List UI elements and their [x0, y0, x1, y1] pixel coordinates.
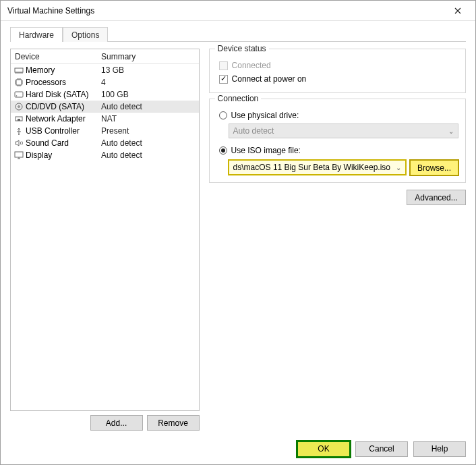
device-rows: Memory 13 GB Processors 4 Hard Disk (SAT… [11, 64, 199, 161]
device-summary: Auto detect [101, 102, 199, 111]
usb-icon [13, 126, 24, 136]
harddisk-icon [13, 90, 24, 99]
use-physical-row[interactable]: Use physical drive: [219, 109, 458, 122]
physical-drive-value: Auto detect [233, 126, 274, 136]
titlebar: Virtual Machine Settings [1, 1, 475, 21]
cancel-button[interactable]: Cancel [355, 441, 408, 457]
connection-group: Connection Use physical drive: Auto dete… [209, 99, 466, 183]
device-summary: 4 [101, 78, 199, 87]
settings-window: Virtual Machine Settings Hardware Option… [0, 0, 476, 465]
device-row-harddisk[interactable]: Hard Disk (SATA) 100 GB [11, 88, 199, 101]
device-row-usb[interactable]: USB Controller Present [11, 125, 199, 137]
advanced-row: Advanced... [209, 188, 466, 205]
cddvd-icon [13, 102, 24, 111]
physical-drive-combo: Auto detect ⌄ [229, 124, 458, 138]
device-summary: 100 GB [101, 90, 199, 99]
device-name: Display [26, 151, 101, 160]
tabstrip: Hardware Options [1, 21, 475, 41]
network-icon [13, 114, 24, 124]
svg-point-4 [16, 103, 22, 110]
memory-icon [13, 65, 24, 75]
advanced-button[interactable]: Advanced... [407, 190, 466, 205]
device-name: Memory [26, 65, 101, 75]
device-name: Processors [26, 78, 101, 87]
add-button[interactable]: Add... [90, 415, 143, 431]
col-header-summary[interactable]: Summary [101, 52, 199, 61]
connected-row: Connected [219, 59, 458, 72]
right-panel: Device status Connected Connect at power… [209, 49, 466, 431]
device-list: Device Summary Memory 13 GB Processors 4 [10, 49, 200, 411]
use-iso-label: Use ISO image file: [231, 146, 301, 155]
device-summary: NAT [101, 114, 199, 124]
ok-button[interactable]: OK [297, 441, 350, 457]
use-iso-radio[interactable] [219, 146, 227, 155]
svg-point-8 [18, 134, 20, 135]
device-row-processors[interactable]: Processors 4 [11, 76, 199, 88]
device-summary: Auto detect [101, 138, 199, 148]
close-button[interactable] [444, 1, 471, 20]
connected-label: Connected [232, 61, 271, 70]
browse-button[interactable]: Browse... [410, 160, 458, 175]
device-row-cddvd[interactable]: CD/DVD (SATA) Auto detect [11, 101, 199, 113]
connection-legend: Connection [215, 94, 262, 103]
chevron-down-icon: ⌄ [448, 128, 454, 135]
processors-icon [13, 78, 24, 87]
device-row-sound[interactable]: Sound Card Auto detect [11, 137, 199, 149]
body: Device Summary Memory 13 GB Processors 4 [1, 42, 475, 433]
close-icon [454, 7, 461, 14]
display-icon [13, 151, 24, 160]
connect-poweron-checkbox[interactable] [219, 75, 228, 84]
device-name: USB Controller [26, 126, 101, 136]
svg-rect-7 [18, 119, 20, 121]
svg-rect-0 [15, 68, 23, 72]
device-status-group: Device status Connected Connect at power… [209, 49, 466, 93]
connect-poweron-row[interactable]: Connect at power on [219, 72, 458, 86]
use-physical-label: Use physical drive: [231, 111, 299, 120]
device-list-header: Device Summary [11, 49, 199, 64]
device-row-display[interactable]: Display Auto detect [11, 149, 199, 161]
use-iso-row[interactable]: Use ISO image file: [219, 144, 458, 157]
chevron-down-icon[interactable]: ⌄ [396, 164, 401, 171]
iso-path-value: ds\macOS 11 Big Sur Beta By WikiKeep.iso [233, 163, 390, 172]
window-title: Virtual Machine Settings [7, 6, 444, 16]
device-status-legend: Device status [215, 44, 269, 53]
sound-icon [13, 138, 24, 148]
device-row-memory[interactable]: Memory 13 GB [11, 64, 199, 76]
tab-hardware[interactable]: Hardware [10, 27, 63, 42]
device-name: Network Adapter [26, 114, 101, 124]
iso-path-combo[interactable]: ds\macOS 11 Big Sur Beta By WikiKeep.iso… [229, 160, 406, 175]
device-summary: 13 GB [101, 65, 199, 75]
footer: OK Cancel Help [1, 433, 475, 464]
svg-point-5 [18, 106, 20, 108]
device-name: CD/DVD (SATA) [26, 102, 101, 111]
iso-row: ds\macOS 11 Big Sur Beta By WikiKeep.iso… [229, 160, 458, 175]
connect-poweron-label: Connect at power on [232, 74, 307, 84]
device-summary: Present [101, 126, 199, 136]
svg-rect-2 [15, 92, 23, 97]
use-physical-radio[interactable] [219, 111, 227, 119]
connected-checkbox [219, 61, 228, 70]
device-summary: Auto detect [101, 151, 199, 160]
device-name: Hard Disk (SATA) [26, 90, 101, 99]
svg-rect-9 [15, 152, 23, 157]
help-button[interactable]: Help [413, 441, 466, 457]
remove-button[interactable]: Remove [147, 415, 200, 431]
svg-rect-1 [16, 80, 22, 85]
tab-options[interactable]: Options [63, 27, 108, 42]
left-panel: Device Summary Memory 13 GB Processors 4 [10, 49, 200, 431]
svg-point-3 [16, 95, 18, 97]
col-header-device[interactable]: Device [13, 52, 101, 61]
device-row-network[interactable]: Network Adapter NAT [11, 113, 199, 125]
device-name: Sound Card [26, 138, 101, 148]
left-buttons: Add... Remove [10, 411, 200, 431]
